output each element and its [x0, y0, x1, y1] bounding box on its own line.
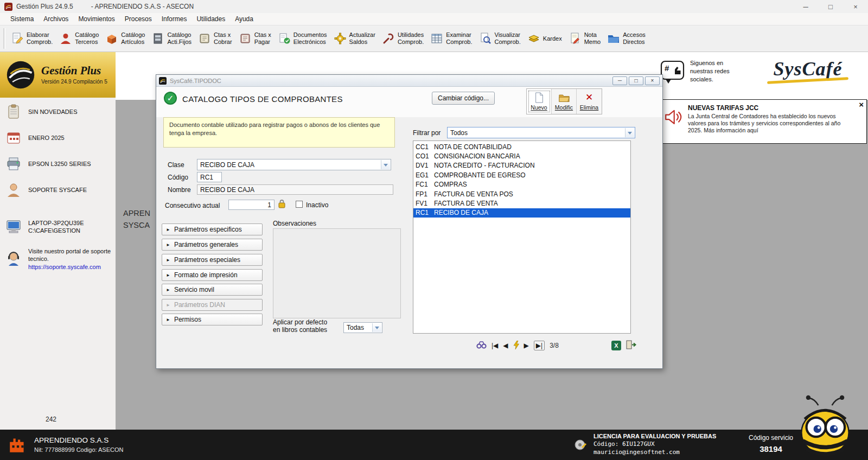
- nombre-field[interactable]: RECIBO DE CAJA: [197, 184, 393, 195]
- menu-utilidades[interactable]: Utilidades: [192, 14, 230, 24]
- documentos-electronicos-icon: [278, 32, 291, 45]
- toolbar-label: CatálogoArtículos: [121, 31, 145, 46]
- background-company-text: APREN SYSCA: [123, 207, 150, 231]
- toolbar-examinar-comprob[interactable]: ExaminarComprob.: [427, 29, 475, 48]
- calendar-icon: [5, 130, 22, 146]
- observaciones-textarea[interactable]: [273, 228, 401, 318]
- search-binoculars-icon[interactable]: [476, 341, 487, 350]
- codigo-label: Código: [168, 174, 188, 181]
- parametros-generales-button[interactable]: Parámetros generales: [162, 239, 263, 251]
- gestion-plus-logo: Gestión Plus Versión 24.9 Compilación 5: [0, 52, 116, 98]
- news-close-icon[interactable]: ×: [859, 100, 864, 108]
- toolbar-label: ActualizarSaldos: [349, 31, 375, 46]
- social-block[interactable]: # Siguenos en nuestras redes sociales.: [660, 59, 740, 86]
- sidebar-item-impresora[interactable]: EPSON L3250 SERIES: [5, 155, 111, 173]
- dialog-minimize-button[interactable]: ─: [612, 76, 627, 85]
- sidebar-item-periodo[interactable]: ENERO 2025: [5, 129, 111, 146]
- toolbar-catalogo-terceros[interactable]: CatálogoTerceros: [56, 29, 102, 48]
- catalogo-actifijos-icon: [151, 32, 164, 45]
- cambiar-codigo-button[interactable]: Cambiar código...: [432, 92, 495, 105]
- doc-type-row[interactable]: FV1FACTURA DE VENTA: [413, 199, 630, 208]
- parametros-especificos-button[interactable]: Parámetros especificos: [162, 223, 263, 235]
- permisos-button[interactable]: Permisos: [162, 314, 263, 325]
- doc-type-list[interactable]: CC1NOTA DE CONTABILIDAD CO1CONSIGNACION …: [413, 140, 631, 334]
- first-record-icon[interactable]: |◀: [492, 342, 498, 349]
- menu-ayuda[interactable]: Ayuda: [230, 14, 258, 24]
- parametros-dian-button[interactable]: Parámetros DIAN: [162, 299, 263, 311]
- clipboard-icon: [5, 104, 22, 120]
- toolbar-catalogo-articulos[interactable]: CatálogoArtículos: [102, 29, 148, 48]
- portal-link: https://soporte.syscafe.com: [28, 263, 111, 271]
- toolbar-label: CatálogoTerceros: [75, 31, 99, 46]
- nota-memo-icon: [569, 32, 582, 45]
- toolbar-visualizar-comprob[interactable]: VisualizarComprob.: [476, 29, 524, 48]
- toolbar-separator: [3, 28, 5, 49]
- company-building-icon: [8, 434, 28, 455]
- doc-type-row[interactable]: DV1NOTA CREDITO - FACTURACION: [413, 161, 630, 170]
- toolbar-label: Ctas xCobrar: [214, 31, 232, 46]
- toolbar-kardex[interactable]: Kardex: [524, 30, 565, 47]
- social-text: Siguenos en nuestras redes sociales.: [690, 59, 740, 86]
- sidebar: Gestión Plus Versión 24.9 Compilación 5 …: [0, 52, 116, 430]
- toolbar-nota-memo[interactable]: NotaMemo: [565, 29, 604, 48]
- sidebar-item-novedades[interactable]: SIN NOVEDADES: [5, 103, 111, 120]
- menu-archivos[interactable]: Archivos: [39, 14, 73, 24]
- next-record-icon[interactable]: ▶: [524, 342, 529, 349]
- exit-door-icon[interactable]: [626, 340, 637, 351]
- doc-type-row[interactable]: CC1NOTA DE CONTABILIDAD: [413, 142, 630, 151]
- menu-informes[interactable]: Informes: [157, 14, 192, 24]
- toolbar-utilidades-comprob[interactable]: UtilidadesComprob.: [379, 29, 427, 48]
- inactivo-checkbox[interactable]: [296, 201, 303, 208]
- doc-type-row[interactable]: FP1FACTURA DE VENTA POS: [413, 189, 630, 199]
- toolbar-actualizar-saldos[interactable]: ActualizarSaldos: [330, 29, 379, 48]
- codigo-field[interactable]: RC1: [197, 172, 222, 182]
- refresh-lightning-icon[interactable]: [513, 341, 519, 351]
- new-document-icon: [534, 92, 545, 103]
- sidebar-item-portal[interactable]: Visite nuestro portal de soporte tecnico…: [5, 247, 111, 271]
- main-area: Gestión Plus Versión 24.9 Compilación 5 …: [0, 52, 868, 430]
- filter-dropdown[interactable]: Todos: [447, 127, 635, 138]
- sidebar-item-soporte[interactable]: SOPORTE SYSCAFE: [5, 181, 111, 199]
- consecutivo-field[interactable]: 1: [228, 200, 275, 210]
- libros-contables-dropdown[interactable]: Todas: [343, 322, 382, 333]
- maximize-button[interactable]: □: [818, 0, 843, 13]
- modificar-button[interactable]: Modific: [552, 89, 577, 114]
- doc-type-row[interactable]: FC1COMPRAS: [413, 180, 630, 189]
- aplicar-label-line2: en libros contables: [273, 326, 327, 334]
- chevron-down-icon: [381, 160, 390, 169]
- sidebar-item-equipo[interactable]: LAPTOP-3P2QU39EC:\CAFE\GESTION: [5, 218, 111, 235]
- menu-procesos[interactable]: Procesos: [120, 14, 157, 24]
- minimize-button[interactable]: ─: [793, 0, 818, 13]
- logo-title: Gestión Plus: [41, 65, 107, 76]
- toolbar-accesos-directos[interactable]: AccesosDirectos: [604, 29, 649, 48]
- last-record-icon[interactable]: ▶|: [534, 341, 545, 350]
- servicio-movil-button[interactable]: Servicio movil: [162, 284, 263, 296]
- close-button[interactable]: ×: [843, 0, 868, 13]
- menu-movimientos[interactable]: Movimientos: [73, 14, 119, 24]
- delete-x-icon: ✕: [585, 92, 593, 103]
- formato-impresion-button[interactable]: Formato de impresión: [162, 269, 263, 281]
- clase-dropdown[interactable]: RECIBO DE CAJA: [197, 159, 391, 170]
- dialog-close-button[interactable]: ×: [645, 76, 660, 85]
- toolbar-catalogo-actifijos[interactable]: CatálogoActi.Fijos: [148, 29, 195, 48]
- dialog-maximize-button[interactable]: □: [629, 76, 643, 85]
- toolbar-ctas-pagar[interactable]: Ctas xPagar: [235, 29, 275, 48]
- bee-mascot: [791, 392, 859, 460]
- export-excel-icon[interactable]: X: [611, 341, 621, 350]
- eliminar-button[interactable]: ✕ Elimina: [577, 89, 602, 114]
- toolbar-ctas-cobrar[interactable]: Ctas xCobrar: [195, 29, 235, 48]
- doc-type-row[interactable]: CO1CONSIGNACION BANCARIA: [413, 151, 630, 161]
- parametros-especiales-button[interactable]: Parámetros especiales: [162, 254, 263, 266]
- toolbar-elaborar-comprob[interactable]: ElaborarComprob.: [8, 29, 56, 48]
- toolbar-documentos-electronicos[interactable]: DocumentosElectrónicos: [275, 29, 330, 48]
- previous-record-icon[interactable]: ◀: [503, 342, 508, 349]
- toolbar-label: Kardex: [543, 35, 562, 42]
- social-media-icon: #: [660, 59, 685, 86]
- doc-type-row[interactable]: RC1RECIBO DE CAJA: [413, 208, 630, 218]
- nombre-label: Nombre: [168, 186, 191, 194]
- dialog-titlebar[interactable]: SysCafé.TIPODOC ─ □ ×: [156, 75, 662, 87]
- syscafe-logo: SysCafé: [759, 58, 857, 82]
- nuevo-button[interactable]: Nuevo: [527, 89, 552, 114]
- menu-sistema[interactable]: Sistema: [5, 14, 39, 24]
- doc-type-row[interactable]: EG1COMPROBANTE DE EGRESO: [413, 170, 630, 180]
